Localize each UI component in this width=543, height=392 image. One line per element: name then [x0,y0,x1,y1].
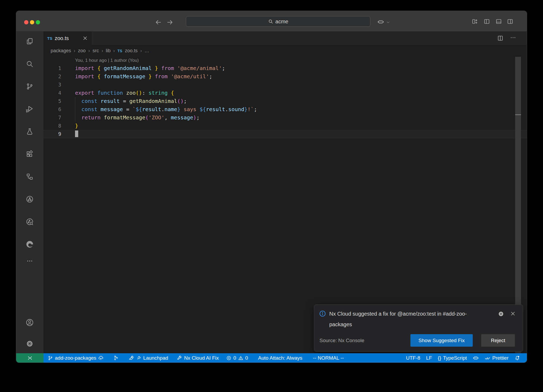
code-line[interactable]: 1import { getRandomAnimal } from '@acme/… [43,64,527,72]
remote-indicator[interactable] [16,353,43,363]
source-control-icon[interactable] [24,81,35,92]
copilot-icon[interactable] [377,18,384,25]
notification-settings-gear-icon[interactable] [498,311,504,317]
chevron-right-icon: › [140,48,142,54]
nx-cloud-fix-item[interactable]: Nx Cloud AI Fix [174,353,222,363]
line-number[interactable]: 2 [43,72,63,81]
search-icon [268,19,273,24]
nx-cloud-icon[interactable] [24,216,35,227]
breadcrumb-item[interactable]: zoo [78,48,86,54]
command-center-search[interactable]: acme [186,16,370,27]
editor-more-actions-icon[interactable] [510,34,516,42]
chevron-right-icon: › [102,48,103,54]
branch-name: add-zoo-packages [55,355,96,361]
copilot-status-item[interactable] [470,353,482,363]
eol-item[interactable]: LF [423,353,435,363]
tab-zoo-ts[interactable]: TS zoo.ts [43,32,92,45]
code-line[interactable]: 6 const message = `${result.name} says $… [43,105,527,114]
breadcrumb-item[interactable]: src [93,48,99,54]
notification-close-icon[interactable] [510,311,516,317]
vim-mode-indicator[interactable]: -- NORMAL -- [310,353,347,363]
chevron-right-icon: › [88,48,90,54]
customize-layout-icon[interactable] [472,18,478,25]
chevron-right-icon: › [74,48,75,54]
nx-console-icon[interactable] [24,194,35,204]
code-line[interactable]: 8} [43,122,527,130]
search-view-icon[interactable] [24,59,35,69]
breadcrumb-file[interactable]: zoo.ts [125,48,138,54]
testing-icon[interactable] [24,126,35,137]
line-number[interactable]: 8 [43,122,63,130]
formatter-status-item[interactable]: Prettier [482,353,511,363]
minimize-button[interactable] [30,20,34,24]
branch-status-item[interactable]: add-zoo-packages [43,353,107,363]
line-number[interactable]: 9 [43,130,63,138]
more-views-icon[interactable] [24,256,35,266]
auto-attach-item[interactable]: Auto Attach: Always [255,353,305,363]
toggle-panel-left-icon[interactable] [484,18,490,25]
formatter-label: Prettier [492,355,509,361]
code-line[interactable]: 9 [43,130,527,138]
run-debug-icon[interactable] [24,104,35,114]
edge-browser-icon[interactable] [24,239,35,250]
split-editor-icon[interactable] [497,35,503,41]
extensions-icon[interactable] [24,149,35,159]
code-line[interactable]: 7 return formatMessage('ZOO', message); [43,114,527,122]
copilot-icon [473,355,479,361]
code-line[interactable]: 4export function zoo(): string { [43,89,527,97]
breadcrumb: packages › zoo › src › lib › TS zoo.ts ›… [43,45,527,57]
code-line[interactable]: 2import { formatMessage } from '@acme/ut… [43,72,527,81]
launchpad-label: Launchpad [143,355,168,361]
breadcrumb-more[interactable]: … [144,48,149,54]
warning-count: 0 [245,355,248,361]
tab-bar: TS zoo.ts [43,32,527,45]
plug-icon [136,355,141,361]
tab-label: zoo.ts [55,35,80,41]
explorer-icon[interactable] [24,36,35,47]
forward-arrow-icon[interactable] [166,18,174,26]
notification-badge-dot [518,356,519,357]
line-number[interactable]: 7 [43,114,63,122]
problems-status-item[interactable]: 0 0 [223,353,251,363]
nx-cloud-fix-label: Nx Cloud AI Fix [184,355,219,361]
code-line-text: import { getRandomAnimal } from '@acme/a… [63,64,225,72]
reject-button[interactable]: Reject [481,334,515,347]
code-line-text: const result = getRandomAnimal(); [63,97,187,105]
line-number[interactable]: 1 [43,64,63,72]
launchpad-status-item[interactable]: Launchpad [125,353,171,363]
notification-source: Source: Nx Console [319,338,364,343]
activity-bar [16,32,43,353]
code-line[interactable]: 3 [43,81,527,89]
rocket-icon [128,355,134,361]
typescript-file-icon: TS [47,36,52,41]
close-button[interactable] [24,20,28,24]
toggle-panel-bottom-icon[interactable] [496,18,502,25]
settings-gear-icon[interactable] [24,338,35,349]
breadcrumb-item[interactable]: packages [51,48,71,54]
tab-close-icon[interactable] [82,35,88,41]
show-suggested-fix-button[interactable]: Show Suggested Fix [410,334,473,347]
breadcrumb-item[interactable]: lib [106,48,111,54]
bell-icon [514,355,520,361]
line-number[interactable]: 6 [43,105,63,114]
info-icon [319,310,326,317]
source-control-graph-item[interactable] [110,353,122,363]
chevron-down-icon[interactable] [386,20,390,24]
error-count: 0 [233,355,236,361]
back-arrow-icon[interactable] [154,18,162,26]
account-icon[interactable] [24,317,35,328]
encoding-item[interactable]: UTF-8 [403,353,423,363]
code-line-text [63,81,75,89]
toggle-panel-right-icon[interactable] [507,18,513,25]
notifications-bell-item[interactable] [511,353,523,363]
line-number[interactable]: 4 [43,89,63,97]
line-number[interactable]: 5 [43,97,63,105]
zoom-button[interactable] [36,20,40,24]
line-number[interactable]: 3 [43,81,63,89]
blame-annotation: You, 1 hour ago | 1 author (You) [43,57,527,64]
notification-toast: Nx Cloud suggested a fix for @acme/zoo:t… [314,304,523,352]
language-mode-item[interactable]: {} TypeScript [435,353,470,363]
code-line[interactable]: 5 const result = getRandomAnimal(); [43,97,527,105]
project-view-icon[interactable] [24,171,35,182]
overview-ruler-cursor-mark [515,114,521,115]
